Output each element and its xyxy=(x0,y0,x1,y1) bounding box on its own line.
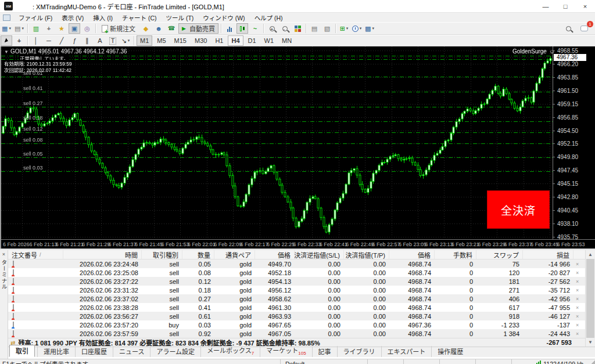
timeframe-m1[interactable]: M1 xyxy=(137,35,152,46)
column-header[interactable]: 価格 xyxy=(389,250,435,259)
close-position-icon[interactable]: × xyxy=(574,296,579,302)
chart-area[interactable]: ▼GOLD,M1 4965.01 4967.36 4964.12 4967.36… xyxy=(0,46,595,248)
close-button[interactable]: × xyxy=(575,0,595,12)
notifications-button[interactable]: 1 xyxy=(578,23,590,34)
close-position-icon[interactable]: × xyxy=(574,287,579,293)
candlestick-mode-button[interactable] xyxy=(236,23,248,34)
scroll-down-icon[interactable]: ▼ xyxy=(586,338,595,347)
close-position-icon[interactable]: × xyxy=(574,331,579,337)
label-tool-button[interactable]: T xyxy=(107,35,119,46)
terminal-tab-5[interactable]: メールボックス7 xyxy=(200,345,260,357)
timeframe-d1[interactable]: D1 xyxy=(245,35,260,46)
column-header[interactable]: 注文番号/ xyxy=(8,250,63,259)
bar-chart-mode-button[interactable] xyxy=(224,23,235,34)
profile-selector[interactable]: Default xyxy=(280,359,367,364)
table-row[interactable]: 2026.02.06 23:38:28sell0.41gold4961.300.… xyxy=(8,303,595,312)
time-axis[interactable]: 6 Feb 20266 Feb 21:136 Feb 21:216 Feb 21… xyxy=(1,239,595,248)
column-header[interactable]: 取引種別 xyxy=(142,250,182,259)
autotrading-button[interactable]: ▶ 自動売買 xyxy=(178,23,218,34)
timeframe-h4[interactable]: H4 xyxy=(228,35,243,46)
vertical-line-tool-button[interactable]: │ xyxy=(30,35,42,46)
terminal-close-icon[interactable]: × xyxy=(2,251,5,257)
data-window-button[interactable]: + xyxy=(43,23,55,34)
new-order-button[interactable]: + 新規注文 xyxy=(98,23,139,34)
terminal-tab-8[interactable]: ライブラリ xyxy=(337,346,381,357)
close-position-icon[interactable]: × xyxy=(574,305,579,311)
scrollbar-thumb[interactable] xyxy=(586,259,594,338)
trendline-tool-button[interactable]: ╱ xyxy=(56,35,67,46)
horizontal-line-tool-button[interactable]: ─ xyxy=(43,35,55,46)
timeframe-w1[interactable]: W1 xyxy=(261,35,278,46)
price-axis[interactable]: 4968.554966.204963.854961.504959.154956.… xyxy=(553,46,595,239)
terminal-tab-6[interactable]: マーケット105 xyxy=(260,345,311,357)
metaeditor-button[interactable]: ◆ xyxy=(140,23,152,34)
new-chart-button[interactable]: ▦▾ xyxy=(1,23,12,34)
zoom-out-button[interactable]: - xyxy=(279,23,291,34)
templates-button[interactable]: ▩▾ xyxy=(364,23,375,34)
add-indicator-button[interactable]: ⊞▾ xyxy=(338,23,350,34)
menu-item-6[interactable]: ヘルプ (H) xyxy=(250,13,288,23)
terminal-tab-0[interactable]: 取引 xyxy=(9,345,35,357)
table-row[interactable]: 2026.02.06 23:37:02sell0.27gold4958.620.… xyxy=(8,294,595,303)
cursor-tool-button[interactable] xyxy=(1,35,12,46)
periods-button[interactable]: ▾ xyxy=(351,23,363,34)
crosshair-tool-button[interactable]: + xyxy=(13,35,25,46)
line-chart-mode-button[interactable]: ~ xyxy=(249,23,261,34)
tile-windows-button[interactable] xyxy=(292,23,303,34)
menu-item-2[interactable]: 挿入 (I) xyxy=(88,13,117,23)
channel-tool-button[interactable]: ∥ xyxy=(81,35,93,46)
candlestick-chart[interactable] xyxy=(1,46,553,239)
strategy-tester-button[interactable]: ◎ xyxy=(81,23,93,34)
minimize-button[interactable]: — xyxy=(536,0,555,12)
search-button[interactable] xyxy=(562,23,574,34)
column-header[interactable]: 価格 xyxy=(255,250,295,259)
support-button[interactable]: ☎ xyxy=(166,23,177,34)
column-header[interactable]: 決済指値(T/P) xyxy=(344,250,389,259)
terminal-tab-7[interactable]: 記事 xyxy=(312,346,337,357)
maximize-button[interactable]: □ xyxy=(555,0,575,12)
terminal-tab-3[interactable]: ニュース xyxy=(113,346,150,357)
resize-grip[interactable] xyxy=(588,359,595,364)
terminal-toggle-button[interactable]: ▣ xyxy=(69,23,80,34)
zoom-in-button[interactable]: + xyxy=(266,23,278,34)
terminal-tab-2[interactable]: 口座履歴 xyxy=(75,346,113,357)
column-header[interactable]: 決済逆指値(S/L) xyxy=(295,250,344,259)
arrows-tool-button[interactable]: ↘▾ xyxy=(120,35,131,46)
timeframe-m30[interactable]: M30 xyxy=(191,35,210,46)
navigator-button[interactable]: ★ xyxy=(56,23,67,34)
scroll-up-icon[interactable]: ▲ xyxy=(586,250,595,259)
connection-status[interactable]: 112244/109 kb xyxy=(511,359,588,364)
market-watch-button[interactable]: ▥ xyxy=(30,23,42,34)
table-row[interactable]: 2026.02.06 23:24:48sell0.05gold4949.700.… xyxy=(8,260,595,268)
close-all-button[interactable]: 全決済 xyxy=(487,190,550,229)
table-row[interactable]: 2026.02.06 23:25:08sell0.08gold4952.180.… xyxy=(8,268,595,277)
column-header[interactable]: 手数料 xyxy=(435,250,476,259)
column-header[interactable]: スワップ xyxy=(476,250,523,259)
text-tool-button[interactable]: A xyxy=(94,35,106,46)
timeframe-m5[interactable]: M5 xyxy=(153,35,169,46)
table-row[interactable]: 2026.02.06 23:57:20buy0.03gold4967.650.0… xyxy=(8,320,595,329)
column-header[interactable]: 数量 xyxy=(182,250,214,259)
terminal-tab-9[interactable]: エキスパート xyxy=(381,346,432,357)
close-position-icon[interactable]: × xyxy=(574,322,579,328)
profiles-button[interactable]: ▤▾ xyxy=(13,23,25,34)
terminal-tab-10[interactable]: 操作履歴 xyxy=(431,346,469,357)
timeframe-m15[interactable]: M15 xyxy=(171,35,190,46)
close-position-icon[interactable]: × xyxy=(574,261,579,267)
table-row[interactable]: 2026.02.06 23:56:27sell0.61gold4963.930.… xyxy=(8,312,595,320)
table-row[interactable]: 2026.02.06 23:27:22sell0.12gold4954.130.… xyxy=(8,277,595,286)
terminal-tab-1[interactable]: 運用比率 xyxy=(37,346,75,357)
chart-window-icon[interactable] xyxy=(3,15,10,21)
menu-item-1[interactable]: 表示 (V) xyxy=(57,13,88,23)
menu-item-4[interactable]: ツール (T) xyxy=(161,13,198,23)
timeframe-h1[interactable]: H1 xyxy=(212,35,227,46)
table-row[interactable]: 2026.02.06 23:31:32sell0.18gold4956.120.… xyxy=(8,286,595,294)
close-position-icon[interactable]: × xyxy=(574,270,579,276)
timeframe-mn[interactable]: MN xyxy=(278,35,295,46)
close-position-icon[interactable]: × xyxy=(574,313,579,319)
menu-item-3[interactable]: チャート (C) xyxy=(117,13,161,23)
arrange-horizontal-button[interactable]: ▤ xyxy=(309,23,320,34)
column-header[interactable]: 損益 xyxy=(523,250,574,259)
column-header[interactable]: 時間 xyxy=(63,250,142,259)
close-position-icon[interactable]: × xyxy=(574,279,579,284)
